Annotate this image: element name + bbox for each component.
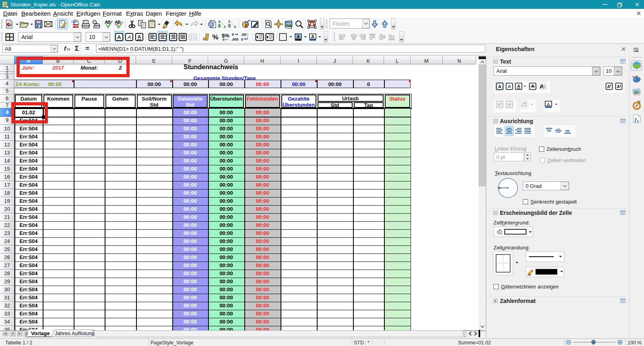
svg-text:AB: AB xyxy=(105,20,111,25)
svg-text:A: A xyxy=(508,84,511,89)
svg-text:A: A xyxy=(542,83,547,90)
svg-text:0: 0 xyxy=(246,33,248,37)
svg-text:Z: Z xyxy=(228,20,230,23)
svg-text:.00: .00 xyxy=(241,33,246,37)
svg-text:A: A xyxy=(234,25,236,29)
svg-text:0: 0 xyxy=(241,37,243,41)
svg-text:.000: .000 xyxy=(231,37,239,41)
svg-text:N: N xyxy=(638,101,640,104)
svg-text:PDF: PDF xyxy=(73,24,79,28)
svg-text:A: A xyxy=(297,34,300,39)
svg-text:A: A xyxy=(218,20,221,23)
svg-text:A: A xyxy=(497,103,500,107)
svg-text:A: A xyxy=(311,34,314,39)
svg-text:AB: AB xyxy=(115,20,121,25)
svg-text:$%: $% xyxy=(222,33,229,39)
svg-text:A: A xyxy=(127,34,131,40)
svg-text:A: A xyxy=(547,102,550,106)
svg-text:A: A xyxy=(498,84,502,89)
svg-text:V: V xyxy=(525,101,527,105)
svg-text:A: A xyxy=(507,103,510,107)
svg-text:A: A xyxy=(517,84,520,89)
svg-text:A: A xyxy=(138,34,141,40)
svg-text:0: 0 xyxy=(232,33,234,37)
svg-text:A: A xyxy=(617,84,619,89)
svg-text:A: A xyxy=(607,84,610,89)
svg-text:%: % xyxy=(212,33,218,41)
svg-text:Z: Z xyxy=(224,25,226,29)
svg-text:x: x xyxy=(636,118,639,123)
svg-text:A: A xyxy=(117,34,121,40)
